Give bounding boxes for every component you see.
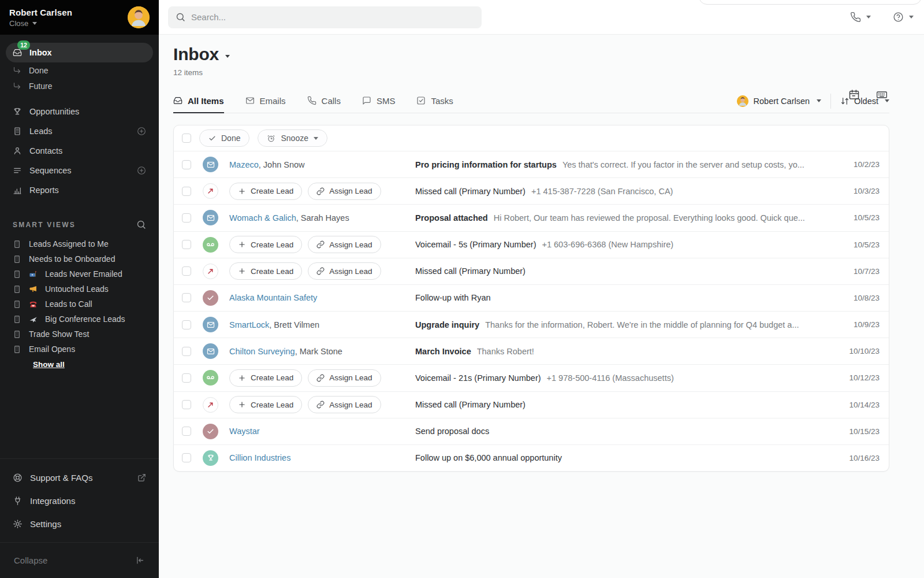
contact-name: , Mark Stone — [295, 347, 342, 356]
page-title: Inbox — [173, 45, 219, 64]
search-input[interactable] — [191, 12, 474, 22]
smart-view-untouched-leads[interactable]: Untouched Leads — [6, 281, 153, 297]
row-checkbox[interactable] — [182, 187, 191, 196]
snooze-button[interactable]: Snooze — [258, 129, 327, 147]
add-lead-icon[interactable] — [137, 127, 146, 136]
keyboard-icon[interactable] — [875, 89, 888, 101]
help-menu[interactable] — [893, 12, 914, 23]
smart-view-needs-onboarded[interactable]: Needs to be Onboarded — [6, 251, 153, 266]
inbox-row[interactable]: Create LeadAssign LeadMissed call (Prima… — [174, 391, 889, 418]
tab-all-items[interactable]: All Items — [173, 89, 224, 113]
lead-link[interactable]: Cillion Industries — [229, 453, 290, 462]
row-checkbox[interactable] — [182, 427, 191, 436]
select-all-checkbox[interactable] — [182, 134, 191, 143]
sidebar-header: Robert Carlsen Close — [0, 0, 159, 35]
show-all-link[interactable]: Show all — [33, 360, 65, 369]
row-preview: +1 603-696-6368 (New Hampshire) — [542, 240, 674, 249]
smart-view-big-conference-leads[interactable]: Big Conference Leads — [6, 312, 153, 327]
tab-tasks[interactable]: Tasks — [416, 89, 453, 113]
row-checkbox[interactable] — [182, 266, 191, 276]
lead-link[interactable]: Mazeco — [229, 160, 259, 169]
row-checkbox[interactable] — [182, 320, 191, 329]
smart-view-label: Needs to be Onboarded — [29, 254, 115, 264]
row-checkbox[interactable] — [182, 160, 191, 169]
assign-lead-button[interactable]: Assign Lead — [308, 183, 381, 200]
inbox-row[interactable]: Chilton Surveying, Mark StoneMarch Invoi… — [174, 338, 889, 364]
smart-view-label: Big Conference Leads — [45, 314, 125, 324]
corner-arrow-icon — [13, 66, 21, 75]
inbox-row[interactable]: Create LeadAssign LeadVoicemail - 5s (Pr… — [174, 231, 889, 258]
inbox-row[interactable]: Create LeadAssign LeadVoicemail - 21s (P… — [174, 364, 889, 391]
add-sequence-icon[interactable] — [137, 166, 146, 175]
inbox-row[interactable]: SmartLock, Brett VilmenUpgrade inquiryTh… — [174, 311, 889, 338]
row-checkbox[interactable] — [182, 293, 191, 302]
sidebar-item-reports[interactable]: Reports — [6, 180, 153, 200]
items-count: 12 items — [173, 68, 889, 77]
inbox-row[interactable]: Cillion IndustriesFollow up on $6,000 an… — [174, 444, 889, 471]
sidebar-item-leads[interactable]: Leads — [6, 121, 153, 141]
plug-icon — [13, 496, 23, 506]
assignee-filter[interactable]: Robert Carlsen — [737, 95, 822, 107]
calendar-icon[interactable] — [848, 89, 860, 101]
smart-view-trade-show-test[interactable]: Trade Show Test — [6, 327, 153, 342]
lead-link[interactable]: Waystar — [229, 427, 260, 436]
create-lead-button[interactable]: Create Lead — [229, 236, 302, 253]
inbox-row[interactable]: Womach & Galich, Sarah HayesProposal att… — [174, 204, 889, 231]
done-button[interactable]: Done — [199, 129, 249, 147]
inbox-row[interactable]: Create LeadAssign LeadMissed call (Prima… — [174, 177, 889, 204]
email-icon — [203, 157, 218, 172]
sidebar-item-contacts[interactable]: Contacts — [6, 141, 153, 161]
sidebar-item-done[interactable]: Done — [6, 62, 153, 78]
row-checkbox[interactable] — [182, 400, 191, 409]
help-icon — [893, 12, 904, 23]
lead-link[interactable]: Womach & Galich — [229, 213, 296, 223]
smart-view-leads-to-call[interactable]: Leads to Call — [6, 297, 153, 312]
smart-view-leads-never-emailed[interactable]: Leads Never Emailed — [6, 266, 153, 281]
inbox-row[interactable]: Mazeco, John SnowPro pricing information… — [174, 151, 889, 177]
lead-link[interactable]: SmartLock — [229, 320, 269, 329]
phone-menu[interactable] — [850, 12, 871, 23]
sidebar-item-integrations[interactable]: Integrations — [6, 489, 153, 512]
create-lead-button[interactable]: Create Lead — [229, 396, 302, 413]
user-avatar[interactable] — [128, 6, 150, 28]
org-switcher[interactable]: Close — [9, 19, 72, 28]
assign-lead-button[interactable]: Assign Lead — [308, 236, 381, 253]
assign-lead-button[interactable]: Assign Lead — [308, 396, 381, 413]
sidebar-item-future[interactable]: Future — [6, 78, 153, 94]
tab-emails[interactable]: Emails — [245, 89, 286, 113]
create-lead-button[interactable]: Create Lead — [229, 369, 302, 387]
row-checkbox[interactable] — [182, 453, 191, 462]
row-checkbox[interactable] — [182, 240, 191, 249]
create-lead-button[interactable]: Create Lead — [229, 262, 302, 280]
row-checkbox[interactable] — [182, 373, 191, 383]
inbox-row[interactable]: Create LeadAssign LeadMissed call (Prima… — [174, 258, 889, 284]
sidebar-item-support[interactable]: Support & FAQs — [6, 466, 153, 489]
collapse-button[interactable]: Collapse — [0, 542, 159, 578]
lead-link[interactable]: Chilton Surveying — [229, 347, 295, 356]
search-icon[interactable] — [136, 220, 146, 229]
create-lead-button[interactable]: Create Lead — [229, 183, 302, 200]
smart-view-leads-assigned[interactable]: Leads Assigned to Me — [6, 236, 153, 251]
inbox-row[interactable]: WaystarSend proposal docs10/15/23 — [174, 418, 889, 444]
phone-icon — [307, 96, 316, 105]
sidebar-item-label: Done — [29, 66, 48, 75]
inbox-row[interactable]: Alaska Mountain SafetyFollow-up with Rya… — [174, 284, 889, 311]
row-checkbox[interactable] — [182, 347, 191, 356]
assign-lead-button[interactable]: Assign Lead — [308, 262, 381, 280]
sidebar-item-inbox[interactable]: 12 Inbox — [6, 43, 153, 62]
chevron-down-icon[interactable] — [225, 55, 230, 58]
smart-view-email-opens[interactable]: Email Opens — [6, 342, 153, 357]
tab-calls[interactable]: Calls — [307, 89, 341, 113]
row-checkbox[interactable] — [182, 213, 191, 223]
lead-link[interactable]: Alaska Mountain Safety — [229, 293, 317, 302]
sidebar-item-opportunities[interactable]: Opportunities — [6, 102, 153, 121]
sidebar-item-sequences[interactable]: Sequences — [6, 161, 153, 180]
row-date: 10/5/23 — [843, 213, 880, 222]
sidebar-item-settings[interactable]: Settings — [6, 512, 153, 535]
alarm-clock-icon — [267, 134, 275, 143]
smart-view-label: Untouched Leads — [45, 284, 109, 294]
sidebar-item-label: Sequences — [29, 166, 72, 175]
global-search[interactable] — [168, 6, 482, 28]
assign-lead-button[interactable]: Assign Lead — [308, 369, 381, 387]
tab-sms[interactable]: SMS — [362, 89, 396, 113]
